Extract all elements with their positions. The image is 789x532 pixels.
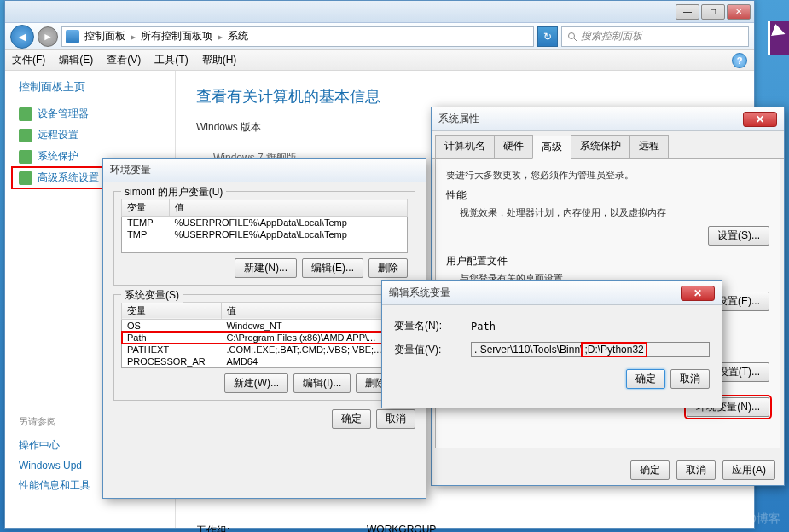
tab-remote[interactable]: 远程 xyxy=(629,135,669,158)
shield-icon xyxy=(19,150,32,164)
close-button[interactable]: ✕ xyxy=(681,286,715,301)
visual-studio-icon xyxy=(768,21,789,55)
table-row[interactable]: OSWindows_NT xyxy=(122,319,408,332)
back-button[interactable]: ◄ xyxy=(10,25,34,49)
tab-computer-name[interactable]: 计算机名 xyxy=(435,135,495,158)
search-icon xyxy=(567,32,577,42)
dialog-title: 环境变量 xyxy=(103,159,426,182)
user-variables-group: simonf 的用户变量(U) 变量值 TEMP%USERPROFILE%\Ap… xyxy=(113,191,415,286)
edit-button[interactable]: 编辑(E)... xyxy=(302,258,363,278)
sidebar-title[interactable]: 控制面板主页 xyxy=(12,79,168,95)
ok-button[interactable]: 确定 xyxy=(626,369,665,389)
breadcrumb-item[interactable]: 系统 xyxy=(228,29,248,43)
settings-button-s[interactable]: 设置(S)... xyxy=(708,226,769,246)
environment-variables-dialog: 环境变量 simonf 的用户变量(U) 变量值 TEMP%USERPROFIL… xyxy=(102,158,426,499)
dialog-title: 系统属性 ✕ xyxy=(432,107,784,131)
ok-button[interactable]: 确定 xyxy=(332,409,371,429)
control-panel-icon xyxy=(66,30,79,43)
appended-path: ;D:\Python32 xyxy=(583,344,645,356)
help-icon[interactable]: ? xyxy=(732,53,747,68)
edit-button[interactable]: 编辑(I)... xyxy=(293,373,351,393)
workgroup-value: WORKGROUP xyxy=(367,523,436,532)
intro-text: 要进行大多数更改，您必须作为管理员登录。 xyxy=(446,169,769,182)
cancel-button[interactable]: 取消 xyxy=(376,409,415,429)
workgroup-label: 工作组: xyxy=(196,523,367,532)
table-row[interactable]: PROCESSOR_ARAMD64 xyxy=(122,356,408,368)
ok-button[interactable]: 确定 xyxy=(630,460,670,480)
minimize-button[interactable]: — xyxy=(676,4,699,20)
svg-point-0 xyxy=(569,32,575,38)
refresh-button[interactable]: ↻ xyxy=(537,26,558,47)
svg-line-1 xyxy=(574,38,577,41)
chevron-right-icon: ▸ xyxy=(218,31,223,43)
system-variables-table[interactable]: 变量值 OSWindows_NT PathC:\Program Files (x… xyxy=(121,302,408,368)
page-heading: 查看有关计算机的基本信息 xyxy=(196,86,734,107)
variable-value-input[interactable]: . Server\110\Tools\Binn\;D:\Python32 xyxy=(471,342,710,357)
shield-icon xyxy=(19,129,32,142)
menu-tools[interactable]: 工具(T) xyxy=(154,53,188,67)
close-button[interactable]: ✕ xyxy=(743,112,777,127)
variable-name-label: 变量名(N): xyxy=(394,319,471,333)
apply-button[interactable]: 应用(A) xyxy=(722,460,775,480)
address-bar[interactable]: 控制面板 ▸ 所有控制面板项 ▸ 系统 xyxy=(61,26,534,47)
user-group-legend: simonf 的用户变量(U) xyxy=(121,185,226,200)
performance-desc: 视觉效果，处理器计划，内存使用，以及虚拟内存 xyxy=(446,206,769,219)
variable-name-value[interactable]: Path xyxy=(471,321,496,332)
menu-edit[interactable]: 编辑(E) xyxy=(59,53,93,67)
breadcrumb-item[interactable]: 所有控制面板项 xyxy=(141,29,212,43)
edit-system-variable-dialog: 编辑系统变量 ✕ 变量名(N): Path 变量值(V): . Server\1… xyxy=(381,280,722,408)
table-row[interactable]: TMP%USERPROFILE%\AppData\Local\Temp xyxy=(122,228,408,240)
delete-button[interactable]: 删除 xyxy=(368,258,408,278)
menu-help[interactable]: 帮助(H) xyxy=(202,53,237,67)
shield-icon xyxy=(19,171,32,185)
cancel-button[interactable]: 取消 xyxy=(670,369,710,389)
table-row[interactable]: TEMP%USERPROFILE%\AppData\Local\Temp xyxy=(122,217,408,229)
sys-group-legend: 系统变量(S) xyxy=(121,288,183,303)
shield-icon xyxy=(19,107,32,121)
tab-system-protection[interactable]: 系统保护 xyxy=(571,135,630,158)
chevron-right-icon: ▸ xyxy=(131,31,136,43)
new-button[interactable]: 新建(N)... xyxy=(235,258,297,278)
new-button[interactable]: 新建(W)... xyxy=(224,373,288,393)
nav-bar: ◄ ► 控制面板 ▸ 所有控制面板项 ▸ 系统 ↻ 搜索控制面板 xyxy=(5,23,754,50)
titlebar: — □ ✕ xyxy=(5,1,754,23)
menu-view[interactable]: 查看(V) xyxy=(107,53,141,67)
maximize-button[interactable]: □ xyxy=(701,4,725,20)
breadcrumb-item[interactable]: 控制面板 xyxy=(84,29,125,43)
menu-bar: 文件(F) 编辑(E) 查看(V) 工具(T) 帮助(H) ? xyxy=(5,50,754,71)
close-button[interactable]: ✕ xyxy=(727,4,751,20)
sidebar-device-manager[interactable]: 设备管理器 xyxy=(12,103,168,124)
tab-hardware[interactable]: 硬件 xyxy=(494,135,533,158)
tab-advanced[interactable]: 高级 xyxy=(532,136,571,159)
menu-file[interactable]: 文件(F) xyxy=(12,53,45,67)
table-row[interactable]: PATHEXT.COM;.EXE;.BAT;.CMD;.VBS;.VBE;... xyxy=(122,344,408,356)
watermark: @51CTO博客 xyxy=(706,512,780,527)
search-input[interactable]: 搜索控制面板 xyxy=(561,26,749,47)
sidebar-remote-settings[interactable]: 远程设置 xyxy=(12,124,168,146)
performance-title: 性能 xyxy=(446,188,769,203)
search-placeholder: 搜索控制面板 xyxy=(581,29,642,43)
dialog-title: 编辑系统变量 ✕ xyxy=(382,281,722,305)
variable-value-label: 变量值(V): xyxy=(394,343,471,357)
cancel-button[interactable]: 取消 xyxy=(676,460,716,480)
system-variables-group: 系统变量(S) 变量值 OSWindows_NT PathC:\Program … xyxy=(113,294,415,401)
user-variables-table[interactable]: 变量值 TEMP%USERPROFILE%\AppData\Local\Temp… xyxy=(121,199,408,253)
userprofile-title: 用户配置文件 xyxy=(446,254,769,269)
tab-bar: 计算机名 硬件 高级 系统保护 远程 xyxy=(432,131,784,159)
forward-button[interactable]: ► xyxy=(38,26,58,47)
table-row-path[interactable]: PathC:\Program Files (x86)\AMD APP\... xyxy=(122,332,408,344)
